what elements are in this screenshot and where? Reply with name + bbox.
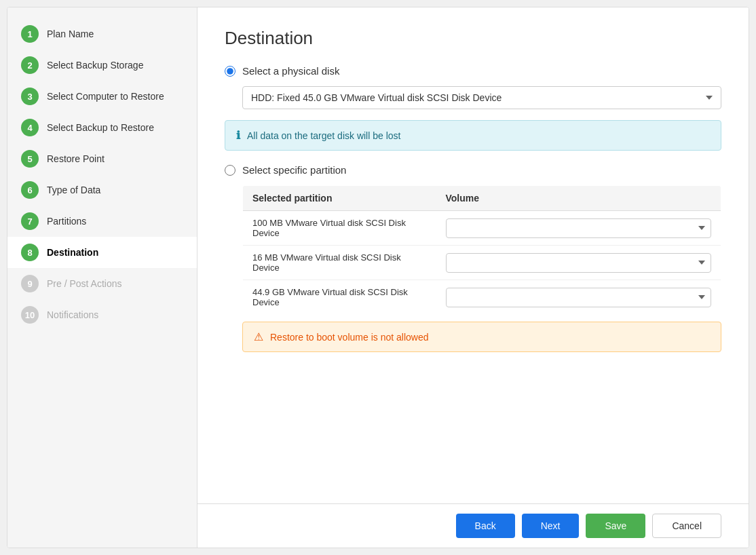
volume-cell	[436, 246, 721, 280]
sidebar-item-5[interactable]: 5 Restore Point	[7, 143, 197, 174]
sidebar-label-6: Type of Data	[47, 184, 100, 196]
radio-partition-label[interactable]: Select specific partition	[242, 164, 346, 176]
radio-physical-disk-option[interactable]: Select a physical disk	[225, 65, 721, 77]
sidebar-label-1: Plan Name	[47, 28, 94, 40]
table-row: 16 MB VMware Virtual disk SCSI Disk Devi…	[243, 246, 721, 280]
radio-partition-option[interactable]: Select specific partition	[225, 164, 721, 176]
sidebar-label-7: Partitions	[47, 215, 86, 227]
table-row: 44.9 GB VMware Virtual disk SCSI Disk De…	[243, 280, 721, 315]
sidebar-label-8: Destination	[47, 246, 98, 259]
sidebar-label-10: Notifications	[47, 309, 98, 321]
sidebar-label-3: Select Computer to Restore	[47, 90, 164, 102]
step-badge-6: 6	[21, 181, 39, 199]
warning-banner: ⚠ Restore to boot volume is not allowed	[242, 322, 721, 352]
partition-table-section: Selected partition Volume 100 MB VMware …	[225, 185, 721, 352]
warning-icon: ⚠	[254, 330, 263, 343]
info-banner: ℹ All data on the target disk will be lo…	[225, 120, 721, 151]
step-badge-10: 10	[21, 306, 39, 324]
cancel-button[interactable]: Cancel	[652, 514, 721, 538]
partition-name-cell: 16 MB VMware Virtual disk SCSI Disk Devi…	[243, 246, 436, 280]
sidebar-item-3[interactable]: 3 Select Computer to Restore	[7, 81, 197, 112]
info-message: All data on the target disk will be lost	[247, 130, 400, 141]
radio-physical-disk-label[interactable]: Select a physical disk	[242, 65, 339, 77]
save-button[interactable]: Save	[586, 514, 645, 538]
footer: Back Next Save Cancel	[197, 503, 749, 548]
table-row: 100 MB VMware Virtual disk SCSI Disk Dev…	[243, 211, 721, 246]
volume-dropdown-3[interactable]	[446, 288, 712, 307]
partition-name-cell: 100 MB VMware Virtual disk SCSI Disk Dev…	[243, 211, 436, 246]
radio-partition-input[interactable]	[225, 165, 235, 176]
step-badge-2: 2	[21, 56, 39, 74]
disk-dropdown-row: HDD: Fixed 45.0 GB VMware Virtual disk S…	[225, 86, 721, 109]
col-header-volume: Volume	[436, 186, 721, 211]
step-badge-3: 3	[21, 88, 39, 105]
sidebar: 1 Plan Name 2 Select Backup Storage 3 Se…	[7, 7, 197, 548]
step-badge-5: 5	[21, 150, 39, 168]
step-badge-7: 7	[21, 212, 39, 230]
volume-dropdown-1[interactable]	[446, 218, 712, 238]
sidebar-item-9: 9 Pre / Post Actions	[7, 268, 197, 299]
partition-table: Selected partition Volume 100 MB VMware …	[242, 185, 721, 315]
sidebar-item-7[interactable]: 7 Partitions	[7, 206, 197, 237]
sidebar-item-1[interactable]: 1 Plan Name	[7, 18, 197, 50]
volume-cell	[436, 280, 721, 315]
partition-name-cell: 44.9 GB VMware Virtual disk SCSI Disk De…	[243, 280, 436, 315]
info-icon: ℹ	[236, 129, 240, 142]
sidebar-label-5: Restore Point	[47, 153, 105, 165]
sidebar-label-9: Pre / Post Actions	[47, 278, 122, 290]
step-badge-4: 4	[21, 119, 39, 136]
warning-message: Restore to boot volume is not allowed	[270, 332, 428, 343]
disk-dropdown[interactable]: HDD: Fixed 45.0 GB VMware Virtual disk S…	[242, 86, 721, 109]
sidebar-item-4[interactable]: 4 Select Backup to Restore	[7, 112, 197, 143]
volume-cell	[436, 211, 721, 246]
sidebar-item-8[interactable]: 8 Destination	[7, 237, 197, 268]
sidebar-label-4: Select Backup to Restore	[47, 121, 154, 134]
col-header-partition: Selected partition	[243, 186, 436, 211]
radio-physical-disk-input[interactable]	[225, 66, 235, 77]
back-button[interactable]: Back	[456, 514, 515, 538]
sidebar-label-2: Select Backup Storage	[47, 59, 143, 71]
page-title: Destination	[225, 28, 721, 49]
main-content: Destination Select a physical disk HDD: …	[197, 7, 749, 503]
next-button[interactable]: Next	[522, 514, 580, 538]
sidebar-item-6[interactable]: 6 Type of Data	[7, 174, 197, 206]
step-badge-8: 8	[21, 244, 39, 261]
sidebar-item-2[interactable]: 2 Select Backup Storage	[7, 50, 197, 81]
sidebar-item-10: 10 Notifications	[7, 299, 197, 330]
step-badge-1: 1	[21, 25, 39, 43]
step-badge-9: 9	[21, 275, 39, 292]
volume-dropdown-2[interactable]	[446, 253, 712, 273]
